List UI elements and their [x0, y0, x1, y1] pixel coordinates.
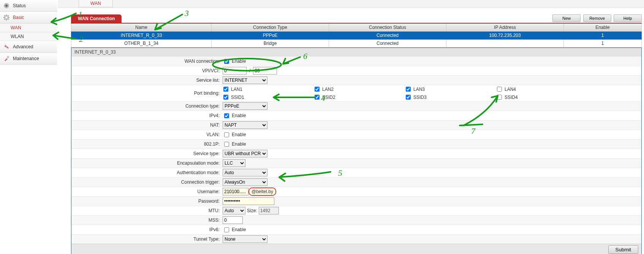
vpivci-slash: /: [248, 68, 252, 73]
section-tab: WAN Connection: [71, 14, 122, 23]
vpi-input[interactable]: [223, 67, 247, 75]
nav-sub-wan-label: WAN: [11, 25, 21, 30]
ipv4-enable-checkbox[interactable]: [224, 113, 229, 118]
detail-panel: INTERNET_R_0_33 WAN connection: Enable V…: [71, 48, 642, 254]
lbl-nat: NAT:: [71, 122, 222, 128]
new-button[interactable]: New: [552, 14, 581, 22]
username-input[interactable]: [223, 188, 248, 195]
ssid2-checkbox[interactable]: [315, 95, 320, 100]
cell-cstatus: Connected: [329, 40, 446, 48]
cell-ctype: PPPoE: [212, 32, 329, 40]
encap-select[interactable]: LLC: [223, 159, 245, 167]
table-row[interactable]: OTHER_B_1_34 Bridge Connected 1: [71, 40, 642, 48]
submit-button[interactable]: Submit: [608, 245, 638, 254]
nav-sub-wlan[interactable]: WLAN: [0, 32, 57, 41]
auth-select[interactable]: Auto: [223, 169, 267, 176]
lan2-label: LAN2: [322, 87, 334, 92]
lbl-8021p: 802.1P:: [71, 141, 222, 147]
nav-status[interactable]: Status: [0, 0, 57, 12]
ipv6-enable-checkbox[interactable]: [224, 227, 229, 232]
nat-select[interactable]: NAPT: [223, 121, 267, 129]
gear-icon: [2, 13, 11, 22]
nav-maintenance-label: Maintenance: [13, 56, 39, 61]
lbl-conntype: Connection type:: [71, 103, 222, 109]
table-row[interactable]: INTERNET_R_0_33 PPPoE Connected 100.72.2…: [71, 32, 642, 40]
ssid2-label: SSID2: [322, 95, 335, 100]
lbl-mtu: MTU:: [71, 208, 222, 213]
username-suffix: @beltel.by: [248, 187, 276, 196]
svg-point-1: [5, 5, 8, 7]
mtu-size-label: Size:: [247, 208, 257, 213]
servicelist-select[interactable]: INTERNET: [223, 76, 267, 84]
mtu-size-input: [259, 207, 279, 214]
lbl-svctype: Service type:: [71, 151, 222, 156]
lan4-checkbox[interactable]: [497, 87, 502, 92]
txt-enable2: Enable: [232, 113, 246, 118]
lbl-username: Username:: [71, 189, 222, 194]
ssid4-checkbox[interactable]: [497, 95, 502, 100]
txt-enable3: Enable: [232, 132, 246, 137]
vci-input[interactable]: [253, 67, 277, 75]
cell-ip: 100.72.235.203: [446, 32, 564, 40]
toolbar: New Remove Help: [551, 14, 642, 22]
cell-enable: 1: [564, 40, 642, 48]
nav-advanced-label: Advanced: [13, 44, 33, 49]
nav-basic[interactable]: Basic: [0, 12, 57, 24]
sidebar: Status Basic WAN WLAN Advanced Maintenan…: [0, 0, 57, 65]
lbl-encap: Encapsulation mode:: [71, 160, 222, 166]
ssid3-label: SSID3: [413, 95, 427, 100]
nav-advanced[interactable]: Advanced: [0, 41, 57, 53]
lbl-tunnel: Tunnel Type:: [71, 237, 222, 242]
port-binding-grid: LAN1 LAN2 LAN3 LAN4 SSID1 SSID2 SSID3 SS…: [222, 86, 641, 101]
mss-input[interactable]: [223, 216, 243, 224]
lan3-checkbox[interactable]: [406, 87, 411, 92]
lbl-wanconn: WAN connection:: [71, 59, 222, 64]
cell-ctype: Bridge: [212, 40, 329, 48]
lan3-label: LAN3: [413, 87, 425, 92]
lan1-checkbox[interactable]: [223, 87, 228, 92]
ssid3-checkbox[interactable]: [406, 95, 411, 100]
conntype-select[interactable]: PPPoE: [223, 102, 267, 110]
th-ctype: Connection Type: [212, 23, 329, 32]
lbl-vlan: VLAN:: [71, 132, 222, 137]
svg-point-4: [7, 56, 9, 58]
trigger-select[interactable]: AlwaysOn: [223, 178, 267, 186]
lan2-checkbox[interactable]: [315, 87, 320, 92]
wanconn-enable-checkbox[interactable]: [224, 59, 229, 64]
topbar: WAN: [58, 0, 644, 8]
ssid4-label: SSID4: [505, 95, 518, 100]
cell-cstatus: Connected: [329, 32, 446, 40]
top-tab-wan[interactable]: WAN: [79, 0, 113, 7]
remove-button[interactable]: Remove: [583, 14, 611, 22]
tool-icon: [2, 54, 11, 63]
th-enable: Enable: [564, 23, 642, 32]
lbl-ipv6: IPv6:: [71, 227, 222, 232]
lbl-servicelist: Service list:: [71, 78, 222, 83]
cell-ip: [446, 40, 564, 48]
th-ip: IP Address: [446, 23, 564, 32]
lbl-mss: MSS:: [71, 217, 222, 223]
vlan-enable-checkbox[interactable]: [224, 132, 229, 137]
lbl-trigger: Connection trigger:: [71, 179, 222, 185]
svctype-select[interactable]: UBR without PCR: [223, 150, 267, 157]
ssid1-checkbox[interactable]: [223, 95, 228, 100]
lan4-label: LAN4: [505, 87, 516, 92]
lbl-vpivci: VPI/VCI:: [71, 68, 222, 73]
tunnel-select[interactable]: None: [223, 235, 267, 243]
password-input[interactable]: [223, 197, 274, 205]
help-button[interactable]: Help: [614, 14, 642, 22]
p8021-enable-checkbox[interactable]: [224, 142, 229, 147]
cell-name: OTHER_B_1_34: [71, 40, 212, 48]
svg-point-3: [6, 17, 8, 19]
lbl-ipv4: IPv4:: [71, 113, 222, 118]
status-icon: [2, 2, 11, 10]
main: WAN Connection New Remove Help Name Conn…: [71, 14, 642, 254]
nav-basic-label: Basic: [13, 15, 24, 20]
nav-maintenance[interactable]: Maintenance: [0, 53, 57, 65]
panel-title: INTERNET_R_0_33: [71, 48, 641, 56]
cell-enable: 1: [564, 32, 642, 40]
mtu-mode-select[interactable]: Auto: [223, 207, 245, 214]
submit-bar: Submit: [71, 244, 641, 254]
table-header-row: Name Connection Type Connection Status I…: [71, 23, 642, 32]
nav-sub-wan[interactable]: WAN: [0, 24, 57, 32]
